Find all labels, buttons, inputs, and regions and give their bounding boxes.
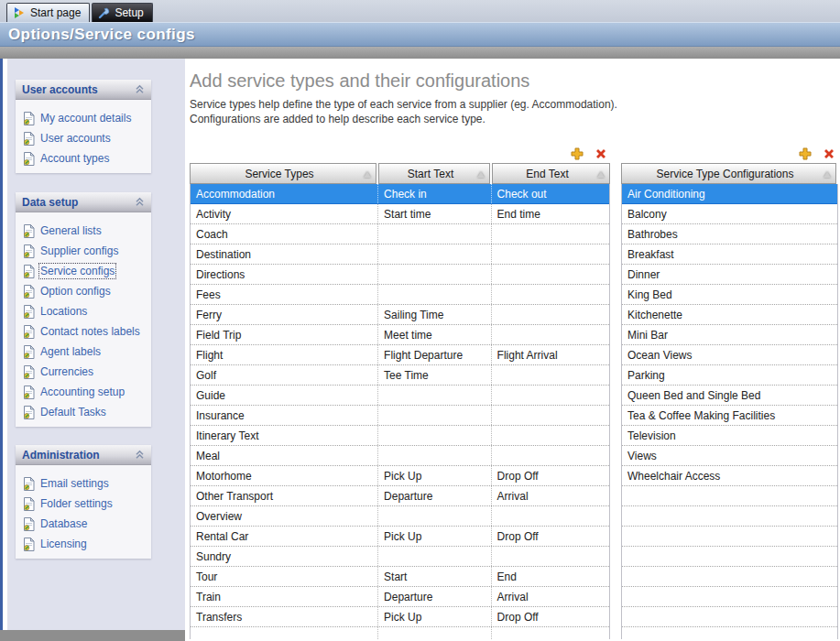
column-header-label: Start Text (408, 168, 461, 180)
table-row-empty[interactable] (622, 627, 837, 639)
sidebar-item-email-settings[interactable]: Email settings (16, 473, 151, 494)
table-row[interactable]: Wheelchair Access (622, 466, 837, 486)
table-row[interactable]: Fees (191, 285, 609, 305)
table-row[interactable]: Air Conditioning (622, 184, 837, 204)
sidebar-item-my-account-details[interactable]: My account details (16, 108, 151, 128)
page-title-bar: Options/Service configs (0, 22, 840, 47)
table-row[interactable]: Directions (191, 265, 609, 285)
tab-start-page[interactable]: Start page (6, 3, 90, 22)
table-cell (492, 426, 609, 445)
sidebar-item-supplier-configs[interactable]: Supplier configs (16, 241, 151, 261)
sidebar-item-agent-labels[interactable]: Agent labels (16, 342, 151, 362)
sidebar-item-service-configs[interactable]: Service configs (16, 261, 151, 281)
tab-setup[interactable]: Setup (92, 3, 152, 22)
table-cell (378, 224, 491, 244)
table-row[interactable]: Ocean Views (622, 345, 837, 365)
delete-x-icon (595, 147, 607, 160)
table-row[interactable]: Parking (622, 365, 837, 386)
table-row[interactable]: TrainDepartureArrival (191, 587, 609, 607)
table-row[interactable]: GolfTee Time (191, 365, 609, 386)
delete-configuration-button[interactable] (822, 147, 835, 161)
table-row[interactable]: Television (622, 426, 837, 446)
table-row[interactable]: Destination (191, 244, 609, 265)
column-header-start-text[interactable]: Start Text (378, 163, 490, 184)
add-service-type-button[interactable] (570, 147, 584, 161)
table-row-empty[interactable] (622, 567, 837, 587)
service-types-grid: AccommodationCheck inCheck outActivitySt… (190, 184, 610, 639)
table-row[interactable]: Meal (191, 446, 609, 466)
table-row[interactable]: FerrySailing Time (191, 305, 609, 325)
table-cell (378, 446, 491, 465)
table-cell: Train (191, 587, 378, 606)
sidebar-item-accounting-setup[interactable]: Accounting setup (16, 382, 151, 402)
table-cell (622, 547, 837, 566)
sidebar-item-general-lists[interactable]: General lists (16, 221, 151, 241)
sidebar-item-locations[interactable]: Locations (16, 301, 151, 321)
table-row-empty[interactable] (191, 627, 609, 639)
table-row[interactable]: Itinerary Text (191, 426, 609, 446)
table-row[interactable]: TransfersPick UpDrop Off (191, 607, 609, 627)
chevron-double-up-icon[interactable] (135, 450, 145, 460)
table-row[interactable]: Sundry (191, 547, 609, 567)
table-row[interactable]: Queen Bed and Single Bed (622, 386, 837, 406)
sidebar-item-default-tasks[interactable]: Default Tasks (16, 402, 151, 422)
delete-service-type-button[interactable] (594, 147, 607, 161)
table-cell: Drop Off (492, 527, 609, 546)
sidebar-section-data-setup: Data setup General lists Supplier config… (16, 192, 151, 427)
table-cell: Mini Bar (622, 325, 837, 344)
table-row[interactable]: Insurance (191, 406, 609, 426)
table-cell: Golf (191, 365, 378, 385)
table-row[interactable]: Mini Bar (622, 325, 837, 345)
table-cell: King Bed (622, 285, 837, 304)
sidebar-item-account-types[interactable]: Account types (16, 148, 151, 168)
table-row[interactable]: TourStartEnd (191, 567, 609, 587)
sidebar-item-option-configs[interactable]: Option configs (16, 281, 151, 301)
table-row[interactable]: Views (622, 446, 837, 466)
table-row[interactable]: MotorhomePick UpDrop Off (191, 466, 609, 486)
table-row[interactable]: Guide (191, 386, 609, 406)
table-row-empty[interactable] (622, 527, 837, 547)
table-row-empty[interactable] (622, 506, 837, 527)
table-cell (492, 325, 609, 344)
sidebar-item-licensing[interactable]: Licensing (16, 534, 151, 554)
table-cell (492, 224, 609, 244)
chevron-double-up-icon[interactable] (135, 84, 145, 94)
table-row[interactable]: Rental CarPick UpDrop Off (191, 527, 609, 547)
table-row[interactable]: King Bed (622, 285, 837, 305)
table-row[interactable]: Dinner (622, 265, 837, 285)
sort-ascending-icon (824, 171, 831, 178)
table-row[interactable]: AccommodationCheck inCheck out (191, 184, 609, 204)
chevron-double-up-icon[interactable] (135, 197, 145, 207)
sidebar-item-label: Locations (40, 305, 87, 318)
add-configuration-button[interactable] (798, 147, 812, 161)
sidebar-item-database[interactable]: Database (16, 514, 151, 534)
table-row[interactable]: Overview (191, 506, 609, 527)
column-header-end-text[interactable]: End Text (492, 163, 610, 184)
table-cell: Bathrobes (622, 224, 837, 244)
table-row[interactable]: FlightFlight DepartureFlight Arrival (191, 345, 609, 365)
column-header-service-types[interactable]: Service Types (190, 163, 376, 184)
section-header-data-setup[interactable]: Data setup (16, 192, 151, 212)
sidebar-item-contact-notes-labels[interactable]: Contact notes labels (16, 321, 151, 342)
section-header-administration[interactable]: Administration (16, 445, 151, 465)
flow-arrows-icon (13, 6, 26, 19)
column-header-service-type-configurations[interactable]: Service Type Configurations (621, 163, 836, 184)
table-row-empty[interactable] (622, 547, 837, 567)
sidebar-item-currencies[interactable]: Currencies (16, 362, 151, 382)
table-row[interactable]: ActivityStart timeEnd time (191, 204, 609, 224)
table-row[interactable]: Field TripMeet time (191, 325, 609, 345)
sidebar-item-user-accounts[interactable]: User accounts (16, 128, 151, 148)
sidebar-item-folder-settings[interactable]: Folder settings (16, 494, 151, 514)
table-row-empty[interactable] (622, 587, 837, 607)
table-row[interactable]: Coach (191, 224, 609, 244)
table-row[interactable]: Tea & Coffee Making Facilities (622, 406, 837, 426)
table-row[interactable]: Balcony (622, 204, 837, 224)
table-row[interactable]: Kitchenette (622, 305, 837, 325)
section-title: User accounts (22, 83, 98, 96)
table-row[interactable]: Other TransportDepartureArrival (191, 486, 609, 506)
table-row-empty[interactable] (622, 486, 837, 506)
table-row-empty[interactable] (622, 607, 837, 627)
table-row[interactable]: Bathrobes (622, 224, 837, 244)
section-header-user-accounts[interactable]: User accounts (16, 80, 151, 100)
table-row[interactable]: Breakfast (622, 244, 837, 265)
